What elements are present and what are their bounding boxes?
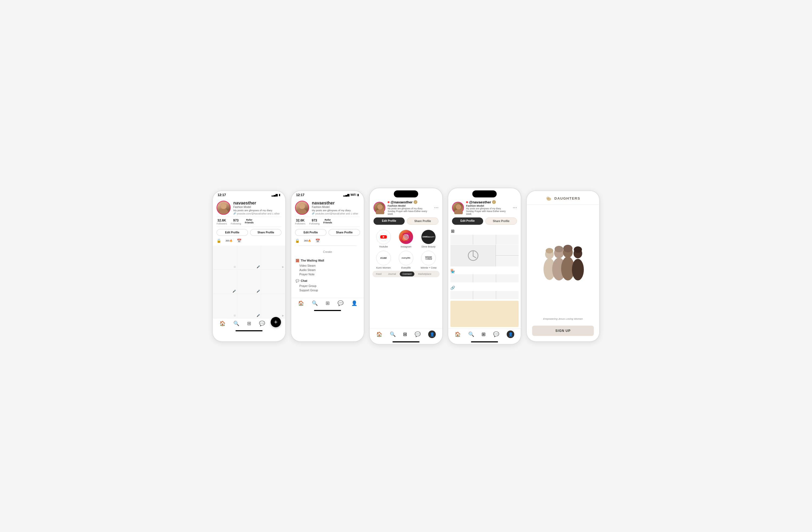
video-steam-item[interactable]: Video Steam xyxy=(295,263,360,268)
post-cell-7[interactable]: ⊞ xyxy=(213,294,237,318)
lock-icon-2[interactable]: 🔒 xyxy=(295,239,300,243)
svg-point-33 xyxy=(574,247,582,253)
nav-grid-1[interactable]: ⊞ xyxy=(247,321,251,326)
nav-search-2[interactable]: 🔍 xyxy=(312,300,318,306)
cell2-r1c2[interactable] xyxy=(473,274,496,282)
nav-grid-2[interactable]: ⊞ xyxy=(325,300,330,306)
share-profile-btn-3[interactable]: Share Profile xyxy=(407,218,438,225)
tab-connect-3[interactable]: Connect xyxy=(400,271,415,277)
edit-profile-btn-3[interactable]: Edit Profile xyxy=(374,218,405,225)
share-profile-btn-4[interactable]: Share Profile xyxy=(485,218,517,225)
post-cell-6[interactable] xyxy=(261,270,285,294)
cell-r1c2[interactable] xyxy=(473,235,496,245)
nav-home-3[interactable]: 🏠 xyxy=(376,331,382,337)
cell-r1c3[interactable] xyxy=(496,235,519,245)
username-1: navaesther xyxy=(233,201,281,206)
share-profile-btn-1[interactable]: Share Profile xyxy=(250,229,281,236)
social-youtube[interactable]: Youtube xyxy=(374,230,393,248)
nav-profile-2[interactable]: 👤 xyxy=(351,300,357,306)
nav-home-1[interactable]: 🏠 xyxy=(219,321,226,326)
edit-profile-btn-2[interactable]: Edit Profile xyxy=(295,229,327,236)
cell3-r1c1[interactable] xyxy=(450,291,473,299)
nav-search-3[interactable]: 🔍 xyxy=(390,331,396,337)
streak-icon-1: 365🔥 xyxy=(226,239,232,242)
action-buttons-1: Edit Profile Share Profile xyxy=(217,229,281,236)
user-bio-2: My posts are glimpses of my diary. xyxy=(312,209,360,212)
post-cell-2[interactable]: 🎤 xyxy=(237,246,261,270)
post-cell-5[interactable]: 🎤 xyxy=(237,270,261,294)
nav-search-1[interactable]: 🔍 xyxy=(233,321,239,326)
nav-grid-4[interactable]: ⊞ xyxy=(481,331,485,337)
social-everylife[interactable]: everylife Everylife xyxy=(396,251,416,269)
signup-button[interactable]: SIGN UP xyxy=(532,326,594,336)
audio-steam-item[interactable]: Audio Steam xyxy=(295,268,360,272)
share-profile-btn-2[interactable]: Share Profile xyxy=(329,229,360,236)
edit-profile-btn-1[interactable]: Edit Profile xyxy=(217,229,248,236)
calendar-icon-1[interactable]: 📅 xyxy=(237,239,242,243)
nav-chat-3[interactable]: 💬 xyxy=(415,331,421,337)
battery-icon-2: ▮ xyxy=(357,193,359,196)
social-grid-3: Youtube xyxy=(370,228,442,271)
prayer-note-item[interactable]: Prayer Note xyxy=(295,272,360,277)
post-cell-9[interactable]: ▶ xyxy=(261,294,285,318)
social-winnie[interactable]: WINNIE+CREW Winnie + Crew xyxy=(419,251,438,269)
post-cell-4[interactable]: 🎤 xyxy=(213,270,237,294)
nav-grid-3[interactable]: ⊞ xyxy=(403,331,407,337)
tab-feed-3[interactable]: Feed xyxy=(373,271,385,277)
menu-dots-3[interactable]: ⋯ xyxy=(434,205,438,210)
large-cell-4[interactable] xyxy=(450,245,496,266)
cell-r1c1[interactable] xyxy=(450,235,473,245)
action-buttons-4: Edit Profile Share Profile xyxy=(452,218,517,225)
nav-chat-2[interactable]: 💬 xyxy=(337,300,344,306)
action-buttons-2: Edit Profile Share Profile xyxy=(295,229,360,236)
nav-home-4[interactable]: 🏠 xyxy=(455,331,461,337)
cell-sm2[interactable] xyxy=(496,255,519,266)
nav-profile-3[interactable]: 👤 xyxy=(428,330,436,338)
dynamic-island-3 xyxy=(394,190,418,197)
edit-profile-btn-4[interactable]: Edit Profile xyxy=(452,218,483,225)
cell-sm1[interactable] xyxy=(496,245,519,255)
cell3-r1c3[interactable] xyxy=(496,291,519,299)
social-instagram[interactable]: Instagram xyxy=(396,230,416,248)
wailing-wall-group: 🧱 The Wailing Wall Video Steam Audio Ste… xyxy=(295,259,360,277)
svg-point-1 xyxy=(219,209,228,214)
prayer-group-item[interactable]: Prayer Group xyxy=(295,284,360,288)
menu-dots-4[interactable]: ⋯ xyxy=(513,205,517,210)
create-fab-1[interactable]: + xyxy=(271,317,281,327)
icons-row-2: 🔒 365🔥 📅 xyxy=(295,237,360,244)
chat-group: 💬 Chat Prayer Group Support Group xyxy=(295,279,360,292)
nav-home-2[interactable]: 🏠 xyxy=(298,300,304,306)
calendar-icon-2[interactable]: 📅 xyxy=(315,239,320,243)
link-icon-4[interactable]: 🔗 xyxy=(450,285,455,290)
nav-profile-4[interactable]: 👤 xyxy=(507,330,514,338)
profile-section-2: navaesther Fashion Model My posts are gl… xyxy=(291,198,364,246)
nav-chat-4[interactable]: 💬 xyxy=(493,331,499,337)
social-dime[interactable]: DIMEBEAUTY Dime Beauty xyxy=(419,230,438,248)
social-kumi[interactable]: KUMI Kumi Women xyxy=(374,251,393,269)
youtube-label: Youtube xyxy=(379,245,388,248)
tab-marketplace-3[interactable]: Marketplace xyxy=(416,271,434,277)
title-3: Fashion Model xyxy=(388,204,432,207)
cell2-r1c1[interactable] xyxy=(450,274,473,282)
lock-icon-1[interactable]: 🔒 xyxy=(217,239,221,243)
profile-area-3: @navaesther ✓ Fashion Model My posts are… xyxy=(370,198,442,228)
tab-journal-3[interactable]: Journal xyxy=(386,271,399,277)
nav-search-4[interactable]: 🔍 xyxy=(468,331,474,337)
cell3-r1c2[interactable] xyxy=(473,291,496,299)
online-dot-3 xyxy=(388,201,390,203)
refer-friends-btn-2[interactable]: Refer Friends xyxy=(323,219,332,225)
posts-grid-1: ⊞ 🎤 ▶ 🎤 🎤 ⊞ 🎤 ▶ xyxy=(213,246,285,318)
profile-meta-3: @navaesther ✓ Fashion Model My posts are… xyxy=(388,200,432,215)
grid-view-icon-4[interactable]: ⊞ xyxy=(451,228,454,234)
nav-chat-1[interactable]: 💬 xyxy=(259,321,265,326)
streak-count-1: 365🔥 xyxy=(226,239,232,242)
post-cell-8[interactable]: 🎤 xyxy=(237,294,261,318)
store-icon-4[interactable]: 🏪 xyxy=(450,269,455,273)
following-stat-1: 973 Following xyxy=(231,219,241,225)
dime-icon: DIMEBEAUTY xyxy=(421,230,436,244)
post-cell-3[interactable]: ▶ xyxy=(261,246,285,270)
refer-friends-btn-1[interactable]: Refer Friends xyxy=(245,219,254,225)
cell2-r1c3[interactable] xyxy=(496,274,519,282)
post-cell-1[interactable]: ⊞ xyxy=(213,246,237,270)
support-group-item[interactable]: Support Group xyxy=(295,288,360,292)
